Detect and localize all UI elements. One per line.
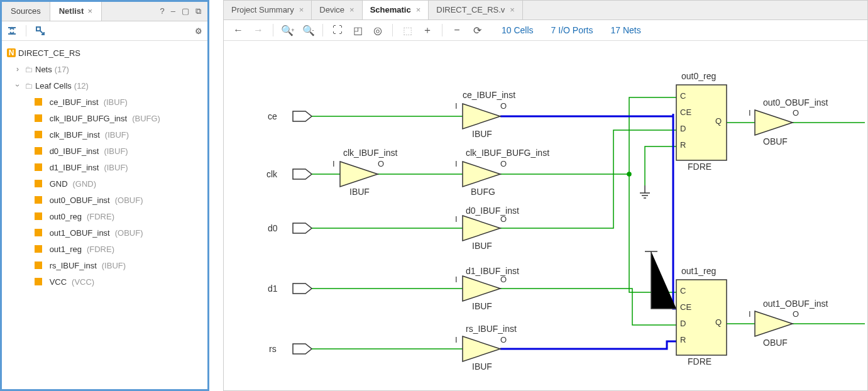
cell-name: d0_IBUF_inst: [50, 146, 99, 156]
remove-icon[interactable]: −: [449, 23, 465, 38]
stat-ports[interactable]: 7 I/O Ports: [551, 25, 593, 35]
close-icon[interactable]: ×: [416, 1, 421, 19]
tree-root[interactable]: N DIRECT_CE_RS: [4, 45, 205, 61]
maximize-icon[interactable]: ▢: [182, 6, 189, 16]
tree-nets-count: (17): [55, 65, 69, 74]
cell-type-label: IBUF: [349, 187, 370, 197]
cell-icon: [35, 131, 42, 138]
add-icon[interactable]: ＋: [419, 23, 436, 38]
tree-cell[interactable]: rs_IBUF_inst(IBUF): [4, 257, 205, 273]
svg-rect-0: [36, 27, 40, 31]
pin-o: O: [500, 159, 507, 168]
inst-rs-ibuf: rs_IBUF_inst: [466, 324, 517, 334]
zoom-area-icon[interactable]: ◰: [349, 23, 366, 38]
chevron-down-icon[interactable]: ›: [13, 81, 22, 90]
pin-ce: CE: [680, 302, 691, 312]
cell-icon: [35, 262, 42, 269]
cell-type: (IBUF): [104, 163, 128, 172]
pin-i: I: [455, 159, 458, 168]
tree-cell[interactable]: out0_reg(FDRE): [4, 208, 205, 224]
cell-type: (OBUF): [115, 196, 143, 205]
close-icon[interactable]: ×: [510, 1, 515, 19]
tree-cell[interactable]: GND(GND): [4, 175, 205, 192]
gear-icon[interactable]: ⚙: [195, 26, 202, 36]
tab-project-summary[interactable]: Project Summary×: [224, 1, 312, 19]
chevron-right-icon[interactable]: ›: [13, 65, 22, 74]
tree-cell[interactable]: out1_OBUF_inst(OBUF): [4, 224, 205, 241]
netlist-panel: Sources Netlist× ? – ▢ ⧉ ⚙ N DIRECT_CE_: [0, 0, 209, 391]
cell-icon: [35, 278, 42, 285]
close-icon[interactable]: ×: [299, 1, 304, 19]
folder-icon: 🗀: [25, 81, 33, 91]
port-d0: d0: [268, 223, 278, 233]
back-icon[interactable]: ←: [230, 23, 246, 38]
cell-type: (IBUF): [104, 97, 128, 107]
tree-nets-label: Nets: [35, 65, 52, 74]
tree-cell[interactable]: VCC(VCC): [4, 273, 205, 290]
inst-out0-obuf: out0_OBUF_inst: [763, 97, 828, 107]
cell-name: VCC: [50, 277, 67, 287]
close-icon[interactable]: ×: [349, 1, 354, 19]
collapse-all-icon[interactable]: [7, 26, 17, 36]
schematic-canvas[interactable]: ce clk d0 d1 rs ce_IBUF_inst IBUF I O cl…: [224, 41, 867, 390]
pin-q: Q: [715, 317, 722, 327]
help-icon[interactable]: ?: [160, 6, 165, 16]
tree-cell[interactable]: ce_IBUF_inst(IBUF): [4, 94, 205, 110]
left-toolbar: ⚙: [2, 21, 207, 41]
tab-device[interactable]: Device×: [312, 1, 362, 19]
inst-d0-ibuf: d0_IBUF_inst: [466, 206, 519, 216]
cell-icon: [35, 114, 42, 122]
tab-schematic[interactable]: Schematic×: [363, 1, 429, 19]
cell-type-label: OBUF: [763, 338, 788, 348]
pin-r: R: [680, 140, 686, 150]
pin-o: O: [378, 159, 384, 168]
tree-cell[interactable]: out1_reg(FDRE): [4, 241, 205, 257]
netlist-tree[interactable]: N DIRECT_CE_RS › 🗀 Nets (17) › 🗀 Leaf Ce…: [2, 41, 207, 389]
tree-cell[interactable]: out0_OBUF_inst(OBUF): [4, 192, 205, 208]
port-clk: clk: [266, 169, 277, 179]
pin-d: D: [680, 124, 686, 133]
tab-netlist[interactable]: Netlist×: [50, 2, 102, 21]
cell-icon: [35, 163, 42, 171]
select-icon[interactable]: ⬚: [399, 23, 415, 38]
cell-type: (FDRE): [87, 245, 114, 254]
tree-cell[interactable]: d1_IBUF_inst(IBUF): [4, 159, 205, 175]
cell-type-label: IBUF: [472, 361, 492, 372]
close-icon[interactable]: ×: [87, 6, 92, 16]
tree-nets[interactable]: › 🗀 Nets (17): [4, 61, 205, 77]
tree-leafcells[interactable]: › 🗀 Leaf Cells (12): [4, 77, 205, 94]
cell-name: d1_IBUF_inst: [50, 163, 99, 172]
forward-icon[interactable]: →: [250, 23, 266, 38]
cell-type: (BUFG): [132, 114, 160, 123]
zoom-in-icon[interactable]: 🔍+: [280, 23, 296, 38]
left-tabbar: Sources Netlist× ? – ▢ ⧉: [2, 2, 207, 21]
pin-i: I: [455, 101, 458, 111]
cell-type: (IBUF): [104, 146, 128, 156]
regenerate-icon[interactable]: ⟳: [469, 23, 485, 38]
cell-icon: [35, 212, 42, 220]
tree-cell[interactable]: d0_IBUF_inst(IBUF): [4, 143, 205, 159]
cell-type-label: OBUF: [763, 136, 788, 146]
inst-clk-bufg: clk_IBUF_BUFG_inst: [466, 148, 549, 158]
popout-icon[interactable]: ⧉: [195, 6, 201, 16]
zoom-fit-icon[interactable]: ⛶: [329, 23, 346, 38]
stat-cells[interactable]: 10 Cells: [502, 25, 534, 35]
pin-i: I: [332, 159, 335, 168]
tab-sources[interactable]: Sources: [2, 2, 50, 21]
tree-root-label: DIRECT_CE_RS: [18, 48, 80, 58]
minimize-icon[interactable]: –: [171, 6, 175, 16]
stat-nets[interactable]: 17 Nets: [611, 25, 641, 35]
inst-d1-ibuf: d1_IBUF_inst: [466, 266, 519, 276]
tree-cell[interactable]: clk_IBUF_inst(IBUF): [4, 126, 205, 143]
autofit-icon[interactable]: ◎: [370, 23, 386, 38]
schematic-panel: Project Summary× Device× Schematic× DIRE…: [223, 0, 868, 391]
cell-name: out1_OBUF_inst: [50, 228, 110, 238]
tree-cell[interactable]: clk_IBUF_BUFG_inst(BUFG): [4, 110, 205, 126]
cell-type: (GND): [73, 179, 97, 189]
pin-o: O: [500, 101, 507, 111]
zoom-out-icon[interactable]: 🔍-: [300, 23, 316, 38]
tab-source-file[interactable]: DIRECT_CE_RS.v×: [429, 1, 523, 19]
cell-icon: [35, 147, 42, 155]
cell-type-label: IBUF: [472, 301, 492, 311]
expand-icon[interactable]: [35, 26, 45, 36]
